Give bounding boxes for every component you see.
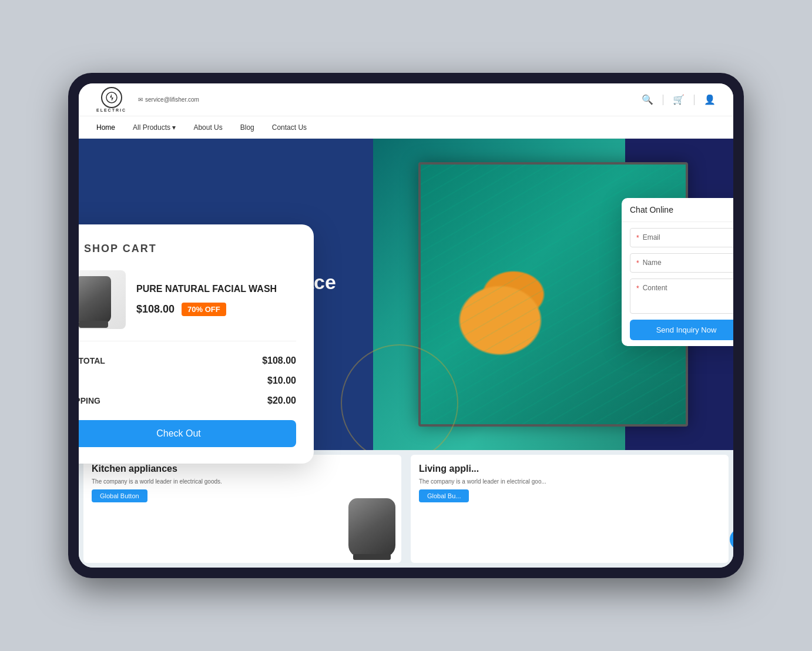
cart-icon[interactable]: 🛒 xyxy=(673,94,685,105)
shipping-value: $20.00 xyxy=(267,395,296,406)
subtotal-value: $108.00 xyxy=(262,355,296,366)
logo-icon xyxy=(101,87,122,108)
user-icon[interactable]: 👤 xyxy=(704,94,716,105)
chat-header: Chat Online × xyxy=(622,198,733,222)
discount-badge: 70% OFF xyxy=(182,303,226,316)
product-image-1 xyxy=(337,498,401,563)
chat-title: Chat Online xyxy=(630,205,673,214)
logo-area: ELECTRIC xyxy=(96,87,126,112)
cart-item-image xyxy=(79,270,126,329)
name-label: Name xyxy=(643,259,662,267)
cart-item-details: PURE NATURAL FACIAL WASH $108.00 70% OFF xyxy=(136,283,296,316)
product-title-1: Kitchen appliances xyxy=(92,463,393,474)
chat-form: * Email * Name * Content Send Inquiry No… xyxy=(622,222,733,346)
nav-blog[interactable]: Blog xyxy=(240,123,254,132)
item-price: $108.00 xyxy=(136,303,175,316)
product-card-kitchen: Kitchen appliances The company is a worl… xyxy=(83,455,401,563)
item-price-row: $108.00 70% OFF xyxy=(136,303,296,316)
site-nav: Home All Products ▾ About Us Blog Contac… xyxy=(79,116,733,139)
svg-marker-1 xyxy=(110,94,113,101)
nav-contact[interactable]: Contact Us xyxy=(272,123,307,132)
chat-popup: Chat Online × * Email * Name * Content S… xyxy=(622,198,733,346)
tax-value: $10.00 xyxy=(267,375,296,386)
cart-totals: SUBTOTAL $108.00 TAX $10.00 SHIPPING $20… xyxy=(79,355,296,406)
shipping-row: SHIPPING $20.00 xyxy=(79,395,296,406)
content-label: Content xyxy=(643,284,667,292)
nav-home[interactable]: Home xyxy=(96,123,115,132)
header-left: ELECTRIC ✉ service@lifisher.com xyxy=(96,87,199,112)
shop-cart-popup: 🛒 SHOP CART PURE NATURAL FACIAL WASH $10… xyxy=(79,224,314,464)
nav-about[interactable]: About Us xyxy=(193,123,222,132)
products-section: Kitchen appliances The company is a worl… xyxy=(79,450,733,568)
product-btn-1[interactable]: Global Button xyxy=(92,489,147,502)
site-header: ELECTRIC ✉ service@lifisher.com 🔍 🛒 👤 xyxy=(79,83,733,116)
product-desc-2: The company is a world leader in electri… xyxy=(419,478,720,486)
cart-item: PURE NATURAL FACIAL WASH $108.00 70% OFF xyxy=(79,270,296,341)
cart-header: 🛒 SHOP CART xyxy=(79,241,296,256)
content-field[interactable]: * Content xyxy=(630,278,733,314)
product-title-2: Living appli... xyxy=(419,463,720,474)
send-inquiry-button[interactable]: Send Inquiry Now xyxy=(630,320,733,340)
content-required-mark: * xyxy=(636,284,639,293)
name-field[interactable]: * Name xyxy=(630,253,733,273)
item-name: PURE NATURAL FACIAL WASH xyxy=(136,283,296,296)
email-field[interactable]: * Email xyxy=(630,228,733,247)
tablet-frame: ELECTRIC ✉ service@lifisher.com 🔍 🛒 👤 xyxy=(68,73,744,578)
svg-point-0 xyxy=(106,92,117,103)
name-required-mark: * xyxy=(636,259,639,267)
product-btn-2[interactable]: Global Bu... xyxy=(419,489,469,502)
cart-title: SHOP CART xyxy=(84,243,157,255)
subtotal-row: SUBTOTAL $108.00 xyxy=(79,355,296,366)
logo-text: ELECTRIC xyxy=(96,108,126,112)
shipping-label: SHIPPING xyxy=(79,396,100,405)
tablet-screen: ELECTRIC ✉ service@lifisher.com 🔍 🛒 👤 xyxy=(79,83,733,568)
header-icons: 🔍 🛒 👤 xyxy=(642,94,716,105)
product-desc-1: The company is a world leader in electri… xyxy=(92,478,393,486)
subtotal-label: SUBTOTAL xyxy=(79,356,105,365)
header-email: ✉ service@lifisher.com xyxy=(138,96,199,103)
email-required-mark: * xyxy=(636,234,639,242)
tax-row: TAX $10.00 xyxy=(79,375,296,386)
checkout-button[interactable]: Check Out xyxy=(79,420,296,447)
search-icon[interactable]: 🔍 xyxy=(642,94,653,105)
divider xyxy=(694,95,694,105)
email-icon: ✉ xyxy=(138,96,143,103)
product-card-living: Living appli... The company is a world l… xyxy=(411,455,729,563)
divider xyxy=(663,95,663,105)
email-label: Email xyxy=(643,233,660,241)
nav-products[interactable]: All Products ▾ xyxy=(133,123,176,132)
product-shape xyxy=(79,276,111,323)
